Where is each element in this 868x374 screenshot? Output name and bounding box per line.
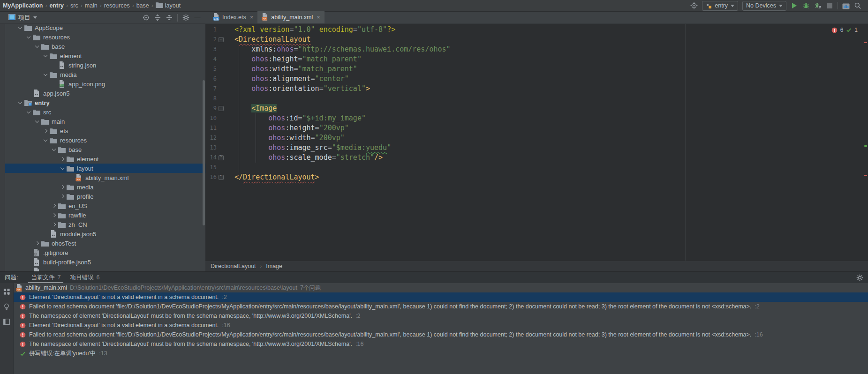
problem-row-4[interactable]: Element 'DirectionalLayout' is not a val… [14,321,868,330]
code-line-4[interactable]: 4 ohos:height="match_parent" [205,54,868,64]
locate-file-icon[interactable] [142,14,150,22]
tree-row-resources[interactable]: resources [5,32,205,42]
hide-panel-icon[interactable]: — [194,14,201,22]
chevron-down-icon[interactable] [33,45,41,47]
tree-row-zh-cn[interactable]: zh_CN [5,220,205,229]
tree-row-element[interactable]: element [5,154,205,164]
problems-tab-current-file[interactable]: 当前文件7 [26,272,65,283]
breadcrumb-item-src[interactable]: src [69,2,79,9]
panel-layout-icon[interactable] [3,318,10,325]
run-button[interactable] [791,2,798,9]
stop-button[interactable] [826,2,833,9]
chevron-right-icon[interactable] [59,195,66,198]
collapse-all-icon[interactable] [166,14,173,22]
problem-row-7[interactable]: 拼写错误:在单词'yuedu'中:13 [14,349,868,358]
problem-row-5[interactable]: Failed to read schema document 'file:/D:… [14,330,868,339]
tree-row-media[interactable]: media [5,182,205,192]
tree-row-en-us[interactable]: en_US [5,201,205,210]
tree-row-src[interactable]: src [5,107,205,117]
code-line-7[interactable]: 7 ohos:orientation="vertical"> [205,84,868,94]
tab-index-ets[interactable]: ETSIndex.ets× [209,11,257,23]
code-line-2[interactable]: 2−<DirectionalLayout [205,35,868,45]
tree-row-rawfile[interactable]: rawfile [5,210,205,220]
breadcrumb-item-directionallayout[interactable]: DirectionalLayout [211,263,256,269]
breadcrumb-item-myapplication[interactable]: MyApplication [2,2,44,9]
problem-row-2[interactable]: Failed to read schema document 'file:/D:… [14,302,868,311]
tree-row-element[interactable]: element [5,51,205,60]
chevron-down-icon[interactable] [33,120,41,122]
code-line-13[interactable]: 13 ohos:image_src="$media:yuedu" [205,143,868,153]
chevron-right-icon[interactable] [50,223,58,226]
code-area[interactable]: 1<?xml version="1.0" encoding="utf-8"?>2… [205,25,868,182]
device-connector-icon[interactable] [690,2,698,9]
attach-debugger-button[interactable] [814,2,822,9]
module-selector[interactable]: entry [702,1,738,11]
device-selector[interactable]: No Devices [742,1,786,11]
breadcrumb-item-base[interactable]: base [136,2,150,9]
tree-row-main[interactable]: main [5,117,205,126]
gear-icon[interactable] [182,14,189,22]
code-line-15[interactable]: 15 [205,163,868,172]
breadcrumb-item-layout[interactable]: layout [155,2,181,9]
breadcrumb-item-main[interactable]: main [84,2,98,9]
tree-row-module-json5[interactable]: module.json5 [5,229,205,239]
chevron-right-icon[interactable] [42,129,49,132]
group-by-icon[interactable] [3,288,10,295]
code-line-6[interactable]: 6 ohos:alignment="center" [205,74,868,84]
tree-row-ets[interactable]: ets [5,126,205,135]
close-icon[interactable]: × [250,15,254,20]
chevron-down-icon[interactable] [59,167,66,169]
tree-row-layout[interactable]: layout [5,164,205,173]
tab-ability-main-xml[interactable]: <>ability_main.xml× [257,11,325,23]
code-line-10[interactable]: 10 ohos:id="$+id:my_image" [205,113,868,123]
tree-scrollbar-thumb[interactable] [203,80,205,225]
tree-row-profile[interactable]: profile [5,192,205,201]
inspection-widget[interactable]: 6 1 [831,27,858,33]
breadcrumb-item-entry[interactable]: entry [48,2,65,9]
fold-marker[interactable]: ^ [219,175,224,180]
typo-stripe-mark[interactable] [864,145,867,147]
search-everywhere-button[interactable] [854,2,861,9]
chevron-down-icon[interactable] [42,74,49,75]
code-line-14[interactable]: 14^ ohos:scale_mode="stretch"/> [205,153,868,163]
chevron-right-icon[interactable] [50,204,58,207]
chevron-right-icon[interactable] [33,242,41,245]
breadcrumb-item-image[interactable]: Image [266,263,282,269]
gear-icon[interactable] [856,274,863,281]
chevron-down-icon[interactable] [16,102,24,104]
tree-row-entry[interactable]: entry [5,98,205,107]
code-line-3[interactable]: 3 xmlns:ohos="http://schemas.huawei.com/… [205,45,868,54]
tree-row-base[interactable]: base [5,145,205,154]
fold-marker[interactable]: − [219,106,224,111]
chevron-down-icon[interactable] [25,111,32,113]
tree-row-base[interactable]: base [5,42,205,51]
tree-row-build-profile-json5[interactable]: build-profile.json5 [5,257,205,267]
close-icon[interactable]: × [317,15,320,20]
fold-marker[interactable]: ^ [219,155,224,160]
debug-button[interactable] [802,2,810,9]
code-line-8[interactable]: 8 [205,94,868,104]
problems-file-row[interactable]: <>ability_main.xmlD:\Solution1\DevEcoStu… [14,283,868,292]
problem-row-1[interactable]: Element 'DirectionalLayout' is not a val… [14,292,868,302]
breadcrumb-item-resources[interactable]: resources [103,2,131,9]
code-line-9[interactable]: 9− <Image [205,104,868,113]
fold-marker[interactable]: − [219,37,224,42]
tree-row-app-icon-png[interactable]: app_icon.png [5,79,205,89]
chevron-right-icon[interactable] [50,214,58,217]
chevron-down-icon[interactable] [42,139,49,141]
problems-tab-project-errors[interactable]: 项目错误6 [65,272,104,283]
code-line-12[interactable]: 12 ohos:width="200vp" [205,133,868,143]
code-line-5[interactable]: 5 ohos:width="match_parent" [205,64,868,74]
code-editor[interactable]: 1<?xml version="1.0" encoding="utf-8"?>2… [205,24,868,271]
tree-row-string-json[interactable]: string.json [5,60,205,70]
tree-row-app-json5[interactable]: app.json5 [5,89,205,98]
chevron-down-icon[interactable] [42,55,49,57]
expand-all-icon[interactable] [154,14,161,22]
tree-row-ohostest[interactable]: ohosTest [5,239,205,248]
tree-row-clipped[interactable] [5,267,205,271]
tree-row--gitignore[interactable]: .gitignore [5,248,205,257]
error-stripe-mark[interactable] [864,175,867,176]
chevron-down-icon[interactable] [50,149,58,150]
project-tree[interactable]: AppScoperesourcesbaseelementstring.jsonm… [5,24,205,271]
problem-row-3[interactable]: The namespace of element 'DirectionalLay… [14,311,868,321]
